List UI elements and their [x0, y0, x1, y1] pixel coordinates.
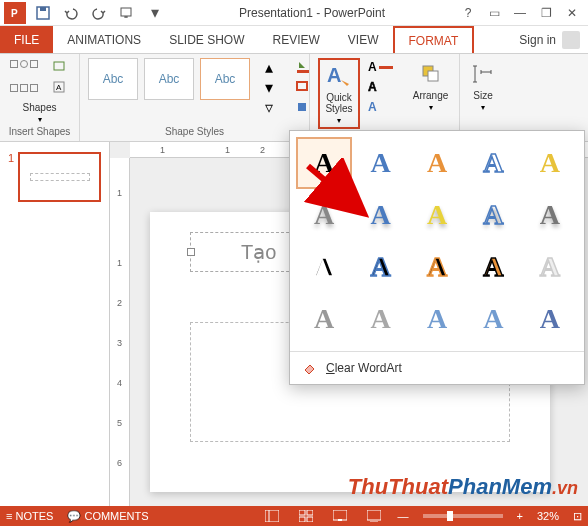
slide-number: 1: [8, 152, 14, 202]
text-outline-icon[interactable]: A: [368, 78, 394, 96]
redo-icon[interactable]: [90, 4, 108, 22]
text-effects-icon[interactable]: A: [368, 98, 394, 116]
gallery-more-icon[interactable]: ▿: [258, 98, 280, 116]
arrange-icon: [417, 60, 445, 88]
style-item[interactable]: Abc: [88, 58, 138, 100]
text-fill-icon[interactable]: A: [368, 58, 394, 76]
gallery-down-icon[interactable]: ▾: [258, 78, 280, 96]
svg-rect-13: [428, 71, 438, 81]
svg-rect-8: [297, 70, 309, 73]
shape-style-gallery[interactable]: Abc Abc Abc: [88, 58, 250, 100]
comments-button[interactable]: 💬 COMMENTS: [67, 510, 148, 523]
restore-icon[interactable]: ❐: [538, 5, 554, 21]
wordart-style-item[interactable]: A: [409, 137, 465, 189]
wordart-style-item[interactable]: A: [296, 137, 352, 189]
size-button[interactable]: Size ▾: [468, 58, 498, 114]
wordart-style-item[interactable]: A: [522, 189, 578, 241]
group-size: Size ▾: [460, 54, 506, 141]
style-item[interactable]: Abc: [200, 58, 250, 100]
svg-rect-19: [307, 517, 313, 522]
ribbon: A Shapes ▾ Insert Shapes Abc Abc Abc ▴ ▾…: [0, 54, 588, 142]
wordart-style-item[interactable]: A: [522, 241, 578, 293]
undo-icon[interactable]: [62, 4, 80, 22]
svg-text:A: A: [327, 64, 341, 86]
slide-thumbnails-panel: 1: [0, 142, 110, 506]
wordart-style-item[interactable]: A: [522, 137, 578, 189]
vertical-ruler: 1123456: [110, 158, 130, 506]
wordart-style-item[interactable]: A: [296, 293, 352, 345]
svg-rect-5: [54, 62, 64, 70]
wordart-style-item[interactable]: A: [409, 189, 465, 241]
quick-styles-icon: A: [325, 62, 353, 90]
wordart-styles-dropdown: AAAAAAAAAAAAAAAAAAAA CClear WordArtlear …: [289, 130, 585, 385]
slideshow-view-icon[interactable]: [364, 509, 384, 523]
reading-view-icon[interactable]: [330, 509, 350, 523]
edit-shape-icon[interactable]: [48, 58, 70, 76]
svg-rect-10: [298, 103, 306, 111]
help-icon[interactable]: ?: [460, 5, 476, 21]
quick-styles-button[interactable]: A Quick Styles ▾: [318, 58, 360, 129]
wordart-style-item[interactable]: A: [296, 241, 352, 293]
arrange-button[interactable]: Arrange ▾: [410, 58, 451, 114]
tab-view[interactable]: VIEW: [334, 26, 393, 53]
wordart-style-item[interactable]: A: [522, 293, 578, 345]
avatar-icon: [562, 31, 580, 49]
wordart-style-item[interactable]: A: [409, 293, 465, 345]
zoom-level[interactable]: 32%: [537, 510, 559, 522]
title-bar: P ▾ Presentation1 - PowerPoint ? ▭ — ❐ ✕: [0, 0, 588, 26]
quick-access-toolbar: ▾: [34, 4, 164, 22]
watermark: ThuThuatPhanMem.vn: [348, 474, 578, 500]
save-icon[interactable]: [34, 4, 52, 22]
group-label: Insert Shapes: [8, 126, 71, 139]
wordart-style-item[interactable]: A: [409, 241, 465, 293]
svg-rect-17: [307, 510, 313, 515]
tab-slide-show[interactable]: SLIDE SHOW: [155, 26, 258, 53]
start-from-beginning-icon[interactable]: [118, 4, 136, 22]
group-insert-shapes: A Shapes ▾ Insert Shapes: [0, 54, 80, 141]
svg-rect-20: [333, 510, 347, 520]
minimize-icon[interactable]: —: [512, 5, 528, 21]
wordart-style-item[interactable]: A: [352, 137, 408, 189]
tab-format[interactable]: FORMAT: [393, 26, 475, 53]
group-label: Shape Styles: [88, 126, 301, 139]
qat-customize-icon[interactable]: ▾: [146, 4, 164, 22]
wordart-style-item[interactable]: A: [465, 293, 521, 345]
svg-rect-4: [121, 8, 131, 16]
svg-rect-9: [297, 82, 307, 90]
close-icon[interactable]: ✕: [564, 5, 580, 21]
sign-in-label: Sign in: [519, 33, 556, 47]
wordart-style-item[interactable]: A: [465, 137, 521, 189]
fit-to-window-icon[interactable]: ⊡: [573, 510, 582, 523]
powerpoint-icon: P: [4, 2, 26, 24]
clear-wordart-button[interactable]: CClear WordArtlear WordArt: [290, 351, 584, 384]
shapes-button[interactable]: Shapes ▾: [8, 100, 71, 126]
eraser-icon: [302, 360, 318, 376]
ribbon-display-icon[interactable]: ▭: [486, 5, 502, 21]
tab-animations[interactable]: ANIMATIONS: [53, 26, 155, 53]
zoom-in-icon[interactable]: +: [517, 510, 523, 522]
svg-rect-22: [367, 510, 381, 520]
group-wordart-styles: A Quick Styles ▾ A A A: [310, 54, 402, 141]
zoom-out-icon[interactable]: —: [398, 510, 409, 522]
sign-in[interactable]: Sign in: [519, 26, 588, 53]
wordart-style-item[interactable]: A: [465, 189, 521, 241]
gallery-up-icon[interactable]: ▴: [258, 58, 280, 76]
wordart-style-item[interactable]: A: [296, 189, 352, 241]
group-shape-styles: Abc Abc Abc ▴ ▾ ▿ Shape Styles: [80, 54, 310, 141]
zoom-slider[interactable]: [423, 514, 503, 518]
window-title: Presentation1 - PowerPoint: [164, 6, 460, 20]
wordart-style-item[interactable]: A: [352, 241, 408, 293]
style-item[interactable]: Abc: [144, 58, 194, 100]
textbox-content: Tạo: [241, 240, 276, 264]
text-box-icon[interactable]: A: [48, 78, 70, 96]
tab-file[interactable]: FILE: [0, 26, 53, 53]
wordart-style-item[interactable]: A: [352, 293, 408, 345]
window-controls: ? ▭ — ❐ ✕: [460, 5, 580, 21]
notes-button[interactable]: ≡ NOTES: [6, 510, 53, 522]
normal-view-icon[interactable]: [262, 509, 282, 523]
slide-sorter-view-icon[interactable]: [296, 509, 316, 523]
wordart-style-item[interactable]: A: [352, 189, 408, 241]
wordart-style-item[interactable]: A: [465, 241, 521, 293]
slide-thumbnail[interactable]: [18, 152, 101, 202]
tab-review[interactable]: REVIEW: [258, 26, 333, 53]
